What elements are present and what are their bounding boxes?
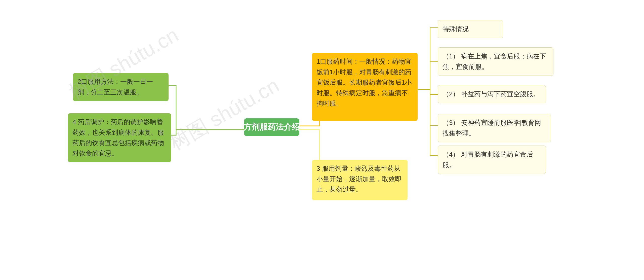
center-node: 方剂服药法介绍 [244, 118, 299, 136]
mind-map: 方剂服药法介绍 2口服用方法：一般一日一剂，分二至三次温服。 4 药后调护：药后… [0, 0, 644, 280]
far-right-node-4: （3） 安神药宜睡前服医学|教育网搜集整理。 [438, 114, 551, 142]
left-node-2: 4 药后调护：药后的调护影响着药效，也关系到病体的康复。服药后的饮食宜忌包括疾病… [68, 113, 171, 162]
watermark-2: 树图 shútu.cn [165, 72, 284, 157]
right-node-1: 1口服药时间：一般情况：药物宜饭前1小时服，对胃肠有刺激的药宜饭后服。长期服药者… [312, 53, 418, 121]
far-right-node-3: （2） 补益药与泻下药宜空腹服。 [438, 85, 546, 103]
far-right-node-5: （4） 对胃肠有刺激的药宜食后服。 [438, 146, 546, 174]
far-right-node-2: （1） 病在上焦，宜食后服；病在下焦，宜食前服。 [438, 47, 553, 76]
left-node-1: 2口服用方法：一般一日一剂，分二至三次温服。 [73, 73, 169, 101]
right-node-2: 3 服用剂量：峻烈及毒性药从小量开始，逐渐加量，取效即止，甚勿过量。 [312, 160, 408, 200]
far-right-node-1: 特殊情况 [438, 20, 503, 38]
